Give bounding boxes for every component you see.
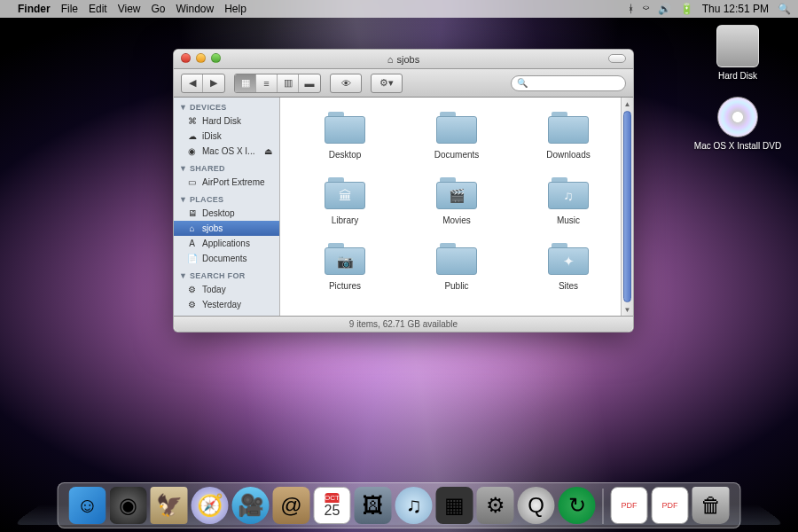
folder-library[interactable]: 🏛Library [289,176,401,225]
statusbar: 9 items, 62.71 GB available [174,316,633,332]
scroll-thumb[interactable] [623,111,631,302]
finder-window[interactable]: ⌂ sjobs ◀ ▶ ▦ ≡ ▥ ▬ 👁 ⚙▾ [173,49,634,332]
folder-label: Movies [442,215,471,225]
titlebar[interactable]: ⌂ sjobs [174,50,633,69]
menu-help[interactable]: Help [224,3,246,15]
folder-pictures[interactable]: 📷Pictures [289,241,401,291]
back-button[interactable]: ◀ [182,74,203,92]
action-button[interactable]: ⚙▾ [372,74,402,92]
airport-icon[interactable]: ⌔ [643,3,649,15]
folder-sites[interactable]: ✦Sites [512,241,624,291]
menu-edit[interactable]: Edit [89,3,107,15]
dock-mail[interactable]: 🦅 [151,487,188,524]
volume-icon[interactable]: 🔊 [658,3,671,15]
hd-icon: ⌘ [186,116,198,127]
menu-view[interactable]: View [118,3,141,15]
folder-icon: ♫ [546,176,591,211]
dock-trash[interactable]: 🗑 [692,487,730,524]
search-input[interactable]: 🔍 [511,75,626,91]
smart-icon: ⚙ [186,285,198,295]
scrollbar[interactable]: ▲ ▼ [621,98,633,316]
folder-public[interactable]: Public [401,241,512,291]
sidebar-header[interactable]: ▼ DEVICES [174,101,279,113]
desktop-icons: Hard Disk Mac OS X Install DVD [685,25,791,151]
sidebar-item-hard-disk[interactable]: ⌘Hard Disk [174,113,279,129]
sidebar-item-yesterday[interactable]: ⚙Yesterday [174,297,279,312]
view-coverflow-button[interactable]: ▬ [299,74,320,92]
folder-downloads[interactable]: Downloads [512,110,624,160]
close-button[interactable] [181,53,191,63]
dock-finder[interactable]: ☺ [69,487,106,524]
home-icon: ⌂ [186,223,198,234]
main-content[interactable]: DesktopDocumentsDownloads🏛Library🎬Movies… [280,98,633,316]
folder-label: Music [557,215,580,225]
zoom-button[interactable] [211,53,221,63]
toolbar-toggle-button[interactable] [608,54,626,63]
menu-window[interactable]: Window [176,3,215,15]
sidebar-item-desktop[interactable]: 🖥Desktop [174,206,279,221]
folder-icon: 📷 [323,241,367,277]
desktop: Finder File Edit View Go Window Help ᚼ ⌔… [0,0,798,532]
sidebar-item-documents[interactable]: 📄Documents [174,251,279,266]
sidebar-item-airport-extreme[interactable]: ▭AirPort Extreme [174,175,279,190]
desktop-icon-label: Hard Disk [718,71,757,81]
dock-quicktime[interactable]: Q [518,487,555,524]
menu-go[interactable]: Go [152,3,166,15]
folder-movies[interactable]: 🎬Movies [401,176,512,225]
sidebar-item-idisk[interactable]: ☁iDisk [174,129,279,144]
sidebar-item-mac-os-x-i-[interactable]: ◉Mac OS X I...⏏ [174,144,279,159]
scroll-down-button[interactable]: ▼ [622,303,633,316]
dock-ichat[interactable]: 🎥 [232,487,270,524]
sidebar: ▼ DEVICES⌘Hard Disk☁iDisk◉Mac OS X I...⏏… [174,98,280,316]
folder-music[interactable]: ♫Music [512,176,624,225]
battery-icon[interactable]: 🔋 [680,3,693,15]
dock-sysprefs[interactable]: ⚙ [477,487,514,524]
dock-spaces[interactable]: ▦ [436,487,473,524]
status-text: 9 items, 62.71 GB available [349,319,458,329]
sidebar-item-today[interactable]: ⚙Today [174,282,279,297]
net-icon: ▭ [186,177,198,188]
quicklook-button[interactable]: 👁 [331,74,361,92]
desktop-icon-hard-disk[interactable]: Hard Disk [716,25,759,81]
dock-preview[interactable]: 🖼 [355,487,392,524]
app-menu[interactable]: Finder [18,3,51,15]
view-column-button[interactable]: ▥ [278,74,299,92]
minimize-button[interactable] [196,53,206,63]
dock-timemachine[interactable]: ↻ [559,487,596,524]
dock: ☺◉🦅🧭🎥@OCT25🖼♫▦⚙Q↻PDFPDF🗑 [58,482,741,528]
dock-ical[interactable]: OCT25 [314,487,351,524]
dock-itunes[interactable]: ♫ [395,487,433,524]
view-list-button[interactable]: ≡ [256,74,278,92]
dock-doc1[interactable]: PDF [611,487,648,524]
desktop-icon-install-dvd[interactable]: Mac OS X Install DVD [694,97,781,151]
sidebar-item-applications[interactable]: AApplications [174,236,279,251]
eject-icon[interactable]: ⏏ [264,146,272,156]
clock[interactable]: Thu 12:51 PM [702,3,769,15]
sidebar-item-label: Today [202,285,226,294]
toolbar: ◀ ▶ ▦ ≡ ▥ ▬ 👁 ⚙▾ 🔍 [174,69,633,98]
desktop-icon-label: Mac OS X Install DVD [694,141,781,151]
dock-separator [603,489,604,524]
menu-file[interactable]: File [61,3,78,15]
spotlight-icon[interactable]: 🔍 [778,3,791,15]
sidebar-header[interactable]: ▼ SEARCH FOR [174,270,279,282]
sidebar-header[interactable]: ▼ SHARED [174,162,279,175]
folder-desktop[interactable]: Desktop [289,110,401,160]
dock-addressbook[interactable]: @ [273,487,310,524]
dock-safari[interactable]: 🧭 [192,487,229,524]
scroll-up-button[interactable]: ▲ [622,98,633,110]
folder-icon: 🎬 [434,176,479,211]
sidebar-header[interactable]: ▼ PLACES [174,193,279,206]
forward-button[interactable]: ▶ [203,74,224,92]
sidebar-item-sjobs[interactable]: ⌂sjobs [174,221,279,236]
action-group: ⚙▾ [371,74,403,93]
folder-icon: ✦ [546,241,591,277]
dock-dashboard[interactable]: ◉ [110,487,147,524]
folder-label: Library [332,215,359,225]
folder-documents[interactable]: Documents [401,110,512,160]
view-icon-button[interactable]: ▦ [235,74,256,92]
folder-icon [434,241,479,277]
folder-label: Downloads [546,150,590,160]
dock-doc2[interactable]: PDF [652,487,689,524]
bluetooth-icon[interactable]: ᚼ [628,3,634,15]
